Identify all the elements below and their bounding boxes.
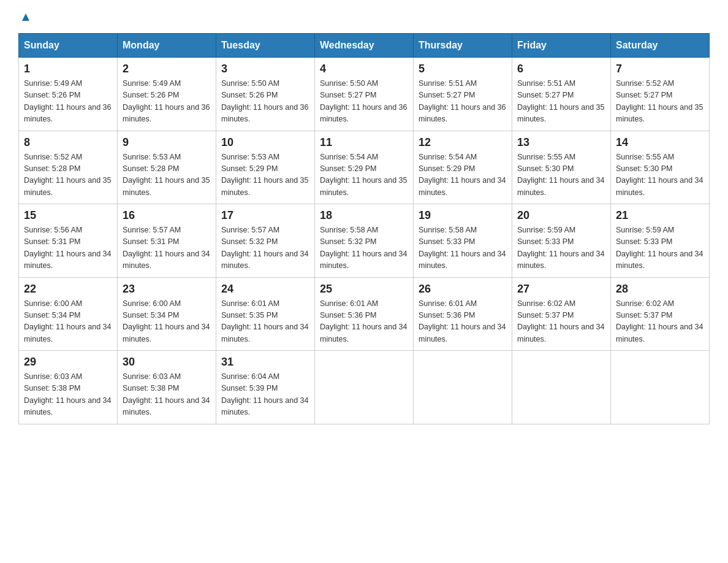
day-of-week-header: Friday <box>512 34 611 58</box>
day-info: Sunrise: 6:00 AMSunset: 5:34 PMDaylight:… <box>24 299 111 343</box>
calendar-day-cell: 15 Sunrise: 5:56 AMSunset: 5:31 PMDaylig… <box>19 204 118 278</box>
calendar-day-cell: 19 Sunrise: 5:58 AMSunset: 5:33 PMDaylig… <box>414 204 512 278</box>
day-info: Sunrise: 5:55 AMSunset: 5:30 PMDaylight:… <box>517 153 604 197</box>
day-info: Sunrise: 5:53 AMSunset: 5:29 PMDaylight:… <box>221 153 308 197</box>
logo <box>18 12 32 27</box>
day-of-week-header: Tuesday <box>216 34 315 58</box>
day-info: Sunrise: 6:03 AMSunset: 5:38 PMDaylight:… <box>123 372 210 416</box>
day-number: 29 <box>24 356 112 369</box>
day-number: 30 <box>123 356 211 369</box>
day-info: Sunrise: 5:55 AMSunset: 5:30 PMDaylight:… <box>616 153 703 197</box>
day-info: Sunrise: 5:49 AMSunset: 5:26 PMDaylight:… <box>24 79 111 123</box>
svg-marker-0 <box>22 13 29 21</box>
calendar-week-row: 22 Sunrise: 6:00 AMSunset: 5:34 PMDaylig… <box>19 277 710 351</box>
page-header <box>18 12 710 27</box>
calendar-day-cell: 6 Sunrise: 5:51 AMSunset: 5:27 PMDayligh… <box>512 58 611 131</box>
day-info: Sunrise: 5:49 AMSunset: 5:26 PMDaylight:… <box>123 79 210 123</box>
calendar-day-cell: 25 Sunrise: 6:01 AMSunset: 5:36 PMDaylig… <box>315 277 414 351</box>
calendar-day-cell: 18 Sunrise: 5:58 AMSunset: 5:32 PMDaylig… <box>315 204 414 278</box>
day-number: 24 <box>221 283 309 296</box>
calendar-day-cell <box>414 351 512 424</box>
day-info: Sunrise: 6:01 AMSunset: 5:36 PMDaylight:… <box>320 299 407 343</box>
day-number: 26 <box>419 283 507 296</box>
day-number: 1 <box>24 63 112 75</box>
calendar-day-cell <box>611 351 710 424</box>
day-info: Sunrise: 5:59 AMSunset: 5:33 PMDaylight:… <box>517 226 604 270</box>
calendar-day-cell: 14 Sunrise: 5:55 AMSunset: 5:30 PMDaylig… <box>611 131 710 204</box>
calendar-day-cell: 28 Sunrise: 6:02 AMSunset: 5:37 PMDaylig… <box>611 277 710 351</box>
calendar-day-cell: 11 Sunrise: 5:54 AMSunset: 5:29 PMDaylig… <box>315 131 414 204</box>
day-of-week-header: Wednesday <box>315 34 414 58</box>
calendar-day-cell: 23 Sunrise: 6:00 AMSunset: 5:34 PMDaylig… <box>118 277 216 351</box>
calendar-day-cell: 17 Sunrise: 5:57 AMSunset: 5:32 PMDaylig… <box>216 204 315 278</box>
day-info: Sunrise: 5:57 AMSunset: 5:32 PMDaylight:… <box>221 226 308 270</box>
day-info: Sunrise: 6:03 AMSunset: 5:38 PMDaylight:… <box>24 372 111 416</box>
calendar-day-cell: 16 Sunrise: 5:57 AMSunset: 5:31 PMDaylig… <box>118 204 216 278</box>
day-number: 3 <box>221 63 309 75</box>
calendar-day-cell: 22 Sunrise: 6:00 AMSunset: 5:34 PMDaylig… <box>19 277 118 351</box>
day-number: 12 <box>419 136 507 149</box>
calendar-day-cell: 5 Sunrise: 5:51 AMSunset: 5:27 PMDayligh… <box>414 58 512 131</box>
day-number: 19 <box>419 209 507 222</box>
calendar-day-cell: 20 Sunrise: 5:59 AMSunset: 5:33 PMDaylig… <box>512 204 611 278</box>
day-number: 16 <box>123 209 211 222</box>
calendar-day-cell: 4 Sunrise: 5:50 AMSunset: 5:27 PMDayligh… <box>315 58 414 131</box>
day-info: Sunrise: 6:01 AMSunset: 5:35 PMDaylight:… <box>221 299 308 343</box>
day-number: 21 <box>616 209 704 222</box>
calendar-day-cell: 8 Sunrise: 5:52 AMSunset: 5:28 PMDayligh… <box>19 131 118 204</box>
day-number: 14 <box>616 136 704 149</box>
day-number: 4 <box>320 63 408 75</box>
calendar-day-cell: 29 Sunrise: 6:03 AMSunset: 5:38 PMDaylig… <box>19 351 118 424</box>
day-info: Sunrise: 5:51 AMSunset: 5:27 PMDaylight:… <box>517 79 604 123</box>
day-info: Sunrise: 6:00 AMSunset: 5:34 PMDaylight:… <box>123 299 210 343</box>
calendar-day-cell <box>315 351 414 424</box>
day-info: Sunrise: 6:01 AMSunset: 5:36 PMDaylight:… <box>419 299 506 343</box>
calendar-day-cell: 2 Sunrise: 5:49 AMSunset: 5:26 PMDayligh… <box>118 58 216 131</box>
day-info: Sunrise: 5:53 AMSunset: 5:28 PMDaylight:… <box>123 153 210 197</box>
calendar-header-row: SundayMondayTuesdayWednesdayThursdayFrid… <box>19 34 710 58</box>
day-number: 5 <box>419 63 507 75</box>
calendar-table: SundayMondayTuesdayWednesdayThursdayFrid… <box>18 33 710 424</box>
calendar-day-cell: 30 Sunrise: 6:03 AMSunset: 5:38 PMDaylig… <box>118 351 216 424</box>
day-number: 7 <box>616 63 704 75</box>
calendar-day-cell: 12 Sunrise: 5:54 AMSunset: 5:29 PMDaylig… <box>414 131 512 204</box>
day-of-week-header: Thursday <box>414 34 512 58</box>
day-info: Sunrise: 5:54 AMSunset: 5:29 PMDaylight:… <box>320 153 407 197</box>
day-info: Sunrise: 5:52 AMSunset: 5:27 PMDaylight:… <box>616 79 703 123</box>
day-number: 22 <box>24 283 112 296</box>
calendar-week-row: 8 Sunrise: 5:52 AMSunset: 5:28 PMDayligh… <box>19 131 710 204</box>
calendar-week-row: 1 Sunrise: 5:49 AMSunset: 5:26 PMDayligh… <box>19 58 710 131</box>
day-info: Sunrise: 5:52 AMSunset: 5:28 PMDaylight:… <box>24 153 111 197</box>
day-info: Sunrise: 6:02 AMSunset: 5:37 PMDaylight:… <box>517 299 604 343</box>
day-number: 11 <box>320 136 408 149</box>
calendar-day-cell: 1 Sunrise: 5:49 AMSunset: 5:26 PMDayligh… <box>19 58 118 131</box>
day-number: 6 <box>517 63 605 75</box>
day-number: 25 <box>320 283 408 296</box>
day-number: 10 <box>221 136 309 149</box>
day-info: Sunrise: 5:58 AMSunset: 5:32 PMDaylight:… <box>320 226 407 270</box>
logo-triangle-icon <box>20 11 32 26</box>
day-info: Sunrise: 5:50 AMSunset: 5:27 PMDaylight:… <box>320 79 407 123</box>
day-number: 13 <box>517 136 605 149</box>
day-info: Sunrise: 5:58 AMSunset: 5:33 PMDaylight:… <box>419 226 506 270</box>
day-info: Sunrise: 5:51 AMSunset: 5:27 PMDaylight:… <box>419 79 506 123</box>
day-number: 23 <box>123 283 211 296</box>
day-info: Sunrise: 5:59 AMSunset: 5:33 PMDaylight:… <box>616 226 703 270</box>
calendar-day-cell: 9 Sunrise: 5:53 AMSunset: 5:28 PMDayligh… <box>118 131 216 204</box>
day-number: 15 <box>24 209 112 222</box>
calendar-day-cell: 10 Sunrise: 5:53 AMSunset: 5:29 PMDaylig… <box>216 131 315 204</box>
day-number: 9 <box>123 136 211 149</box>
calendar-week-row: 29 Sunrise: 6:03 AMSunset: 5:38 PMDaylig… <box>19 351 710 424</box>
calendar-day-cell: 3 Sunrise: 5:50 AMSunset: 5:26 PMDayligh… <box>216 58 315 131</box>
calendar-day-cell <box>512 351 611 424</box>
day-number: 20 <box>517 209 605 222</box>
calendar-week-row: 15 Sunrise: 5:56 AMSunset: 5:31 PMDaylig… <box>19 204 710 278</box>
day-number: 18 <box>320 209 408 222</box>
day-number: 2 <box>123 63 211 75</box>
calendar-day-cell: 13 Sunrise: 5:55 AMSunset: 5:30 PMDaylig… <box>512 131 611 204</box>
day-number: 27 <box>517 283 605 296</box>
calendar-day-cell: 31 Sunrise: 6:04 AMSunset: 5:39 PMDaylig… <box>216 351 315 424</box>
day-of-week-header: Saturday <box>611 34 710 58</box>
calendar-day-cell: 24 Sunrise: 6:01 AMSunset: 5:35 PMDaylig… <box>216 277 315 351</box>
calendar-day-cell: 27 Sunrise: 6:02 AMSunset: 5:37 PMDaylig… <box>512 277 611 351</box>
